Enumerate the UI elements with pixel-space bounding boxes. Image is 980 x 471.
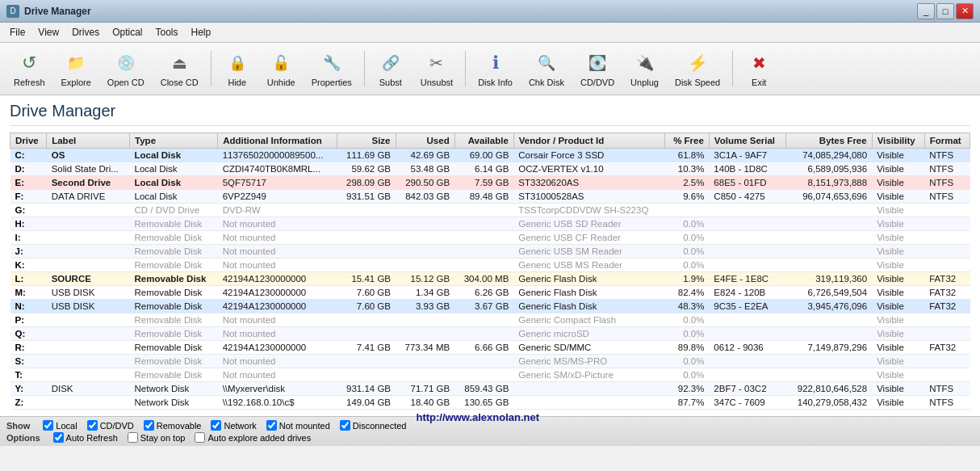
cell-format (924, 231, 970, 245)
exit-button[interactable]: Exit (738, 46, 780, 91)
properties-button[interactable]: Properties (304, 46, 359, 91)
show-local[interactable]: Local (43, 420, 77, 431)
show-removable[interactable]: Removable (144, 420, 202, 431)
cell-info: 113765020000089500... (218, 149, 337, 162)
cell-available (454, 327, 513, 341)
cell-visibility: Visible (872, 176, 924, 190)
show-removable-checkbox[interactable] (144, 420, 154, 431)
unhide-button[interactable]: Unhide (260, 46, 303, 91)
show-disconnected[interactable]: Disconnected (340, 420, 407, 431)
table-row[interactable]: N: USB DISK Removable Disk 42194A1230000… (10, 300, 970, 313)
cell-format: FAT32 (924, 286, 970, 300)
cell-bytesfree (786, 327, 872, 341)
table-row[interactable]: P: Removable Disk Not mounted Generic Co… (10, 313, 970, 327)
refresh-button[interactable]: Refresh (6, 46, 52, 91)
minimize-button[interactable]: _ (917, 3, 935, 19)
table-row[interactable]: C: OS Local Disk 113765020000089500... 1… (10, 149, 970, 162)
cell-info: Not mounted (218, 355, 337, 368)
closecd-button[interactable]: Close CD (153, 46, 206, 91)
table-row[interactable]: Y: DISK Network Disk \\Myxerver\disk 931… (10, 382, 970, 396)
cell-serial: 0612 - 9036 (709, 341, 785, 355)
cddvd-button[interactable]: CD/DVD (573, 46, 622, 91)
col-serial: Volume Serial (709, 133, 785, 149)
show-disconnected-checkbox[interactable] (340, 420, 350, 431)
close-button[interactable]: ✕ (956, 3, 974, 19)
show-cddvd[interactable]: CD/DVD (87, 420, 134, 431)
show-notmounted[interactable]: Not mounted (266, 420, 330, 431)
show-network[interactable]: Network (211, 420, 256, 431)
cell-info: Not mounted (218, 231, 337, 245)
menu-view[interactable]: View (31, 24, 65, 40)
subst-label: Subst (379, 78, 402, 87)
table-row[interactable]: R: Removable Disk 42194A1230000000 7.41 … (10, 341, 970, 355)
explore-button[interactable]: Explore (54, 46, 98, 91)
table-row[interactable]: J: Removable Disk Not mounted Generic US… (10, 245, 970, 259)
table-row[interactable]: D: Solid State Dri... Local Disk CZDI474… (10, 162, 970, 176)
menu-tools[interactable]: Tools (149, 24, 185, 40)
show-network-checkbox[interactable] (211, 420, 221, 431)
table-row[interactable]: E: Second Drive Local Disk 5QF75717 298.… (10, 176, 970, 190)
website-link[interactable]: http://www.alexnolan.net (416, 411, 539, 423)
cell-drive: E: (10, 176, 47, 190)
table-row[interactable]: M: USB DISK Removable Disk 42194A1230000… (10, 286, 970, 300)
subst-button[interactable]: Subst (370, 46, 412, 91)
chkdisk-button[interactable]: Chk Disk (521, 46, 572, 91)
table-row[interactable]: F: DATA DRIVE Local Disk 6VP2Z949 931.51… (10, 190, 970, 204)
cell-used (396, 231, 454, 245)
cell-available (454, 259, 513, 272)
show-local-checkbox[interactable] (43, 420, 53, 431)
cell-freepct: 2.5% (665, 176, 710, 190)
cell-drive: J: (10, 245, 47, 259)
window-controls: _ □ ✕ (917, 3, 974, 19)
cell-size (337, 245, 396, 259)
stayontop-checkbox[interactable] (128, 432, 138, 443)
cell-format: FAT32 (924, 272, 970, 286)
cell-size: 7.41 GB (337, 341, 396, 355)
maximize-button[interactable]: □ (936, 3, 954, 19)
cell-label (47, 327, 130, 341)
unsubst-button[interactable]: Unsubst (413, 46, 460, 91)
autoexplore-checkbox[interactable] (195, 432, 205, 443)
show-notmounted-checkbox[interactable] (266, 420, 277, 431)
cell-format: NTFS (924, 176, 970, 190)
toolbar: Refresh Explore Open CD Close CD Hide Un… (0, 43, 980, 95)
autorefresh-checkbox[interactable] (53, 432, 64, 443)
diskspeed-button[interactable]: Disk Speed (668, 46, 727, 91)
table-row[interactable]: K: Removable Disk Not mounted Generic US… (10, 259, 970, 272)
cell-format: NTFS (924, 149, 970, 162)
cell-type: Local Disk (130, 149, 218, 162)
diskinfo-button[interactable]: Disk Info (471, 46, 520, 91)
unplug-button[interactable]: Unplug (623, 46, 666, 91)
table-row[interactable]: S: Removable Disk Not mounted Generic MS… (10, 355, 970, 368)
cell-drive: Y: (10, 382, 47, 396)
cell-vendor: ST3320620AS (513, 176, 664, 190)
table-row[interactable]: T: Removable Disk Not mounted Generic SM… (10, 368, 970, 382)
opencd-button[interactable]: Open CD (100, 46, 152, 91)
menu-drives[interactable]: Drives (65, 24, 106, 40)
show-cddvd-checkbox[interactable] (87, 420, 98, 431)
table-row[interactable]: H: Removable Disk Not mounted Generic US… (10, 217, 970, 231)
table-row[interactable]: G: CD / DVD Drive DVD-RW TSSTcorpCDDVDW … (10, 204, 970, 217)
cell-bytesfree (786, 204, 872, 217)
hide-button[interactable]: Hide (216, 46, 258, 91)
menu-optical[interactable]: Optical (106, 24, 149, 40)
cell-serial: 9C35 - E2EA (709, 300, 785, 313)
cell-bytesfree: 3,945,476,096 (786, 300, 872, 313)
option-autorefresh[interactable]: Auto Refresh (53, 432, 118, 443)
table-row[interactable]: Z: Network Disk \\192.168.0.10\c$ 149.04… (10, 396, 970, 410)
menu-file[interactable]: File (3, 24, 31, 40)
table-row[interactable]: L: SOURCE Removable Disk 42194A123000000… (10, 272, 970, 286)
table-row[interactable]: I: Removable Disk Not mounted Generic US… (10, 231, 970, 245)
option-stayontop[interactable]: Stay on top (128, 432, 186, 443)
toolbar-separator-2 (364, 51, 365, 86)
cell-drive: Q: (10, 327, 47, 341)
cell-visibility: Visible (872, 259, 924, 272)
cell-format (924, 217, 970, 231)
drive-table: Drive Label Type Additional Information … (10, 132, 970, 410)
closecd-icon (166, 50, 192, 76)
table-row[interactable]: Q: Removable Disk Not mounted Generic mi… (10, 327, 970, 341)
cell-used (396, 313, 454, 327)
menu-help[interactable]: Help (185, 24, 218, 40)
option-autoexplore[interactable]: Auto explore added drives (195, 432, 311, 443)
cell-used: 42.69 GB (396, 149, 454, 162)
